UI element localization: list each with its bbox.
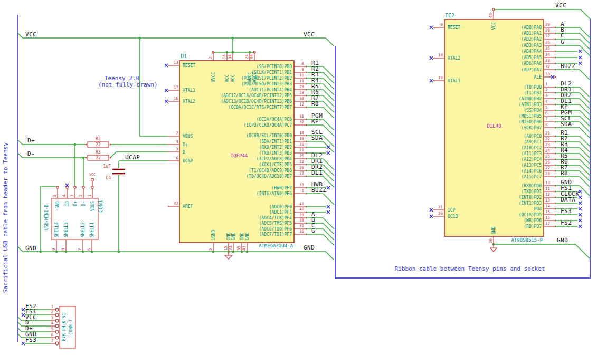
pin-name: RESET [448,25,460,30]
pin-name: VCC [231,74,235,82]
pin-number: 20 [299,142,305,147]
pin-number: 6 [545,111,548,116]
pin-name: (HWB)PE2 [271,186,292,190]
pin-end-circle [55,324,59,328]
no-connect-x [430,79,433,82]
pin-number: 11 [299,79,304,83]
no-connect-x [579,50,582,53]
pin-name: (ADC12/OC1A/OC4B/PCINT12)PB5 [221,93,292,98]
pin-number: 2 [51,310,54,314]
no-connect-x [430,208,433,212]
pin-name: SHELL1 [90,222,94,237]
net-label: DATA [561,196,576,203]
pin-number: 44 [249,54,254,59]
pin-name: (XCK1/CTS)PD5 [259,162,292,167]
no-connect-x [579,207,582,210]
junction-dot [74,143,77,146]
conn7-ref: CONN_7 [69,319,73,334]
schematic-canvas: VCCVCCGNDGNDVCCGNDD+D-UCAPU1TQFP44ATMEGA… [0,0,597,364]
pin-number: 3 [176,147,178,151]
pin-number: 6 [87,248,91,251]
pin-name: (ADC11/PCINT4)PB4 [249,88,292,92]
pin-number: 9 [301,67,304,72]
net-label: G [561,39,564,45]
ic2-value: DIL40 [487,123,501,129]
pin-name: (PDO/MISO/PCINT3)PB3 [241,82,292,87]
pin-name: (RXD/INT2)PD2 [259,145,292,150]
vcc-label: VCC [555,2,566,9]
pin-number: 32 [545,64,550,69]
vcc-label: VCC [304,31,315,38]
u1-ref: U1 [181,53,187,59]
usb-ref: CON1 [98,200,103,213]
resistor-ref: R2 [96,137,101,141]
pin-name: (ADC6/TDO)PF6 [259,227,292,232]
pin-name: (RD)PD7 [524,224,542,229]
pin-name: AREF [183,204,193,209]
pin-name: (T1/OC4D/ADC9)PD6 [249,168,292,173]
pin-number: 19 [299,136,304,141]
pin-end-circle [55,308,59,311]
pin-number: 35 [545,46,550,51]
pin-end-dot [85,157,87,158]
pin-number: 10 [299,73,305,78]
pin-name: XTAL1 [183,88,195,93]
pin-name: (AD6)PA6 [521,61,542,66]
pin-number: 36 [299,229,305,234]
pin-name: (AIN1)PB3 [519,102,542,107]
wire [580,39,590,50]
pin-end-circle [55,319,59,322]
pin-number: 5 [52,194,57,197]
pin-number: 26 [299,165,305,170]
pin-name: (ICP3/CLKO/OC4A)PC7 [243,123,292,128]
no-connect-x [430,26,433,29]
pin-number: 24 [545,148,551,153]
dminus-label: D- [27,150,35,157]
pin-number: 34 [545,52,551,57]
wire [323,165,334,176]
net-label: SDA [311,135,323,141]
wire [323,66,334,78]
pin-name: (AIN0)PB2 [519,97,542,101]
pin-number: 16 [174,96,179,101]
wire [580,136,590,147]
pin-number: 1 [545,82,548,87]
pin-name: GND [240,232,244,240]
pin-name: UCAP [183,159,193,164]
pin-name: (SCLK/PCINT1)PB1 [251,70,292,75]
pin-number: 2 [208,56,213,59]
net-label: SDA [561,121,572,128]
pin-end-circle [55,342,59,345]
no-connect-x [22,313,25,317]
net-label: FS3 [561,208,572,215]
wire [580,148,590,158]
pin-name: (ADC0)PF0 [269,205,292,209]
pin-number: 37 [545,34,550,39]
junction-dot [82,157,85,159]
junction-dot [232,37,234,40]
pin-name: VCC [225,74,230,82]
pin-number: 42 [174,201,178,206]
u1-value: TQFP44 [231,153,248,158]
wire [580,27,590,38]
pin-number: 14 [545,204,551,208]
pin-name: GND [231,232,236,240]
pin-number: 12 [545,192,550,197]
pin-name: D- [81,201,86,206]
pin-number: 38 [545,28,551,33]
pin-end-circle [55,336,59,339]
pin-number: 30 [299,96,305,101]
resistor-value: 22 [96,142,101,147]
pin-number: 4 [51,321,54,325]
cap-ref: C4 [106,176,111,180]
pin-name: (SS/PCINT0)PB0 [257,64,292,69]
pin-number: 11 [545,186,550,191]
pin-number: 7 [545,117,548,121]
pin-name: (PDI/MOSI/PCINT2)PB2 [241,76,292,81]
pin-name: (ADC7/TDI)PF7 [259,232,292,237]
net-label: DL1 [311,169,323,176]
pin-name: VBUS [183,134,193,139]
pin-number: 31 [438,205,443,209]
pin-end-dot [85,143,87,145]
pin-number: 5 [545,105,548,110]
